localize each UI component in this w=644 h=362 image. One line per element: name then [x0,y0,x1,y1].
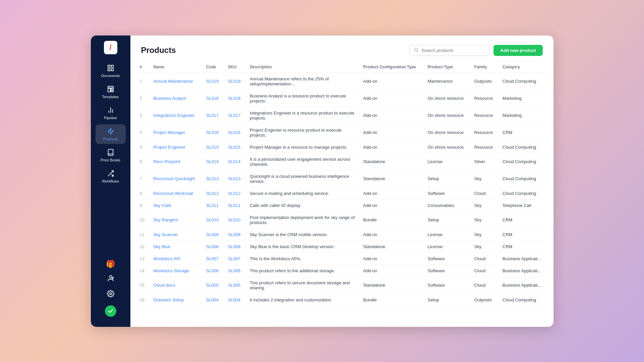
cell-product-type: License [423,153,470,170]
header-actions: Add new product [409,45,542,56]
col-num: # [136,61,150,73]
cell-description: This product refers to secure document s… [246,277,359,294]
cell-name[interactable]: Sky Blue [149,240,202,252]
sidebar-item-templates[interactable]: Templates [96,82,126,102]
cell-name[interactable]: Revv Pinpoint [149,153,202,170]
sidebar-item-pricebooks[interactable]: Price Books [96,145,126,165]
cell-num: 10 [136,211,150,228]
workflows-icon [106,169,115,178]
search-box[interactable] [409,45,489,56]
sidebar: / Documents Templates Pipeline Products [91,35,130,327]
add-new-product-button[interactable]: Add new product [493,45,542,56]
cell-config-type: Add-on [359,107,423,124]
cell-code: SL011 [202,199,224,211]
cell-product-type: On shore resource [423,141,470,153]
cell-config-type: Bundle [359,294,423,306]
svg-rect-5 [108,88,110,92]
cell-name[interactable]: Cloud docs [149,277,202,294]
cell-name[interactable]: Revvcloud Workmail [149,187,202,199]
svg-rect-0 [108,65,110,67]
cell-config-type: Standalone [359,240,423,252]
cell-num: 13 [136,252,150,265]
cell-category: Business Applicati... [499,277,548,294]
add-user-icon [107,275,114,284]
cell-name[interactable]: Workdocs API [149,252,202,265]
sidebar-item-check[interactable] [96,303,126,319]
svg-point-17 [110,293,112,295]
cell-family: Cloud [470,265,499,277]
sidebar-item-gifts[interactable]: 🎁 [96,258,126,271]
cell-family: Outposts [470,294,499,306]
cell-config-type: Add-on [359,124,423,141]
cell-category: Telephone Call [499,199,548,211]
cell-sku: SL004 [224,294,246,306]
sidebar-item-documents[interactable]: Documents [96,61,126,81]
cell-description: Project Manager is a resource to manage … [246,141,359,153]
cell-category: Cloud Computing [499,141,548,153]
cell-name[interactable]: Sky Calls [149,199,202,211]
cell-sku: SL009 [224,228,246,240]
sidebar-item-products[interactable]: Products [96,124,126,144]
table-row: 16 Outreach Setup SL004 SL004 It include… [136,294,548,306]
table-row: 12 Sky Blue SL008 SL008 Sky Blue is the … [136,240,548,252]
sidebar-item-pipeline[interactable]: Pipeline [96,103,126,123]
cell-name[interactable]: Integrations Engineer [149,107,202,124]
cell-category: Cloud Computing [499,73,548,90]
table-row: 2 Business Analyst SL018 SL018 Business … [136,90,548,107]
cell-product-type: On shore resource [423,124,470,141]
cell-category: Cloud Computing [499,187,548,199]
cell-sku: SL018 [224,90,246,107]
cell-code: SL012 [202,187,224,199]
sidebar-item-workflows[interactable]: Workflows [96,166,126,186]
cell-name[interactable]: Business Analyst [149,90,202,107]
cell-num: 8 [136,187,150,199]
cell-name[interactable]: Sky Scanner [149,228,202,240]
cell-name[interactable]: Workdocs Storage [149,265,202,277]
cell-name[interactable]: Project Manager [149,124,202,141]
table-row: 10 Sky Rangers SL010 SL010 Post implemen… [136,211,548,228]
cell-sku: SL013 [224,170,246,187]
table-row: 14 Workdocs Storage SL006 SL006 This pro… [136,265,548,277]
sidebar-item-workflows-label: Workflows [102,179,119,184]
cell-config-type: Add-on [359,73,423,90]
pipeline-icon [106,106,115,115]
cell-name[interactable]: Outreach Setup [149,294,202,306]
svg-rect-4 [108,86,113,88]
table-row: 13 Workdocs API SL007 SL007 This is the … [136,252,548,265]
sidebar-bottom: 🎁 [91,255,130,321]
cell-family: Resource [470,90,499,107]
cell-description: Post implementation deployment work for … [246,211,359,228]
cell-category: CRM [499,240,548,252]
table-row: 4 Project Manager SL016 SL016 Project En… [136,124,548,141]
cell-name[interactable]: Sky Rangers [149,211,202,228]
cell-family: Sky [470,240,499,252]
cell-product-type: Setup [423,170,470,187]
cell-family: Resource [470,141,499,153]
cell-family: Cloud [470,277,499,294]
products-icon [106,127,115,136]
cell-code: SL015 [202,141,224,153]
cell-category: Marketing [499,107,548,124]
cell-product-type: Setup [423,211,470,228]
sidebar-item-settings[interactable] [96,288,126,301]
cell-family: Sky [470,211,499,228]
table-row: 7 Revvcloud Quicksight SL013 SL013 Quick… [136,170,548,187]
cell-family: Outposts [470,73,499,90]
search-input[interactable] [421,48,484,53]
cell-name[interactable]: Annual Maintenance [149,73,202,90]
sidebar-item-add-user[interactable] [96,273,126,286]
col-name: Name [149,61,202,73]
cell-sku: SL017 [224,107,246,124]
cell-category: Business Applicati... [499,252,548,265]
svg-rect-2 [108,68,110,70]
cell-category: Cloud Computing [499,153,548,170]
cell-name[interactable]: Revvcloud Quicksight [149,170,202,187]
cell-sku: SL014 [224,153,246,170]
search-icon [414,48,419,53]
cell-name[interactable]: Project Engineer [149,141,202,153]
col-code: Code [202,61,224,73]
cell-category: CRM [499,211,548,228]
cell-family: Resource [470,124,499,141]
cell-num: 6 [136,153,150,170]
cell-code: SL008 [202,240,224,252]
